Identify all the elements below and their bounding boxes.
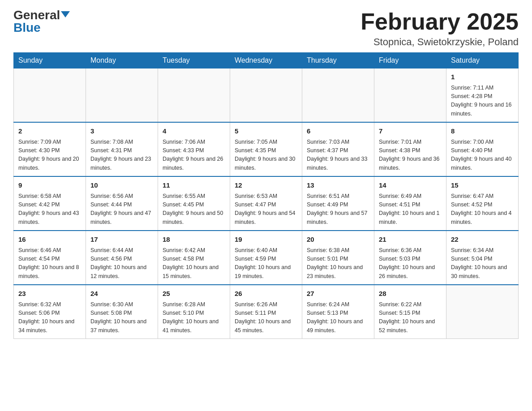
day-number: 17	[90, 235, 153, 245]
day-info: Sunrise: 6:56 AMSunset: 4:44 PMDaylight:…	[90, 192, 153, 227]
calendar-table: Sunday Monday Tuesday Wednesday Thursday…	[13, 52, 519, 339]
day-number: 27	[307, 289, 369, 299]
calendar-cell	[230, 68, 302, 123]
calendar-cell: 25Sunrise: 6:28 AMSunset: 5:10 PMDayligh…	[158, 285, 230, 339]
calendar-cell: 17Sunrise: 6:44 AMSunset: 4:56 PMDayligh…	[86, 231, 158, 285]
calendar-cell: 24Sunrise: 6:30 AMSunset: 5:08 PMDayligh…	[86, 285, 158, 339]
calendar-cell: 8Sunrise: 7:00 AMSunset: 4:40 PMDaylight…	[446, 122, 519, 176]
calendar-cell: 28Sunrise: 6:22 AMSunset: 5:15 PMDayligh…	[374, 285, 446, 339]
day-number: 11	[163, 180, 225, 191]
calendar-cell: 22Sunrise: 6:34 AMSunset: 5:04 PMDayligh…	[446, 231, 519, 285]
day-number: 5	[235, 126, 297, 137]
day-number: 23	[18, 289, 81, 299]
calendar-cell	[446, 285, 519, 339]
day-info: Sunrise: 6:34 AMSunset: 5:04 PMDaylight:…	[451, 246, 514, 281]
day-info: Sunrise: 6:26 AMSunset: 5:11 PMDaylight:…	[235, 300, 297, 335]
day-info: Sunrise: 6:22 AMSunset: 5:15 PMDaylight:…	[379, 300, 442, 335]
day-info: Sunrise: 7:06 AMSunset: 4:33 PMDaylight:…	[163, 138, 225, 173]
day-info: Sunrise: 6:44 AMSunset: 4:56 PMDaylight:…	[90, 246, 153, 281]
day-info: Sunrise: 6:36 AMSunset: 5:03 PMDaylight:…	[379, 246, 442, 281]
day-info: Sunrise: 6:53 AMSunset: 4:47 PMDaylight:…	[235, 192, 297, 227]
day-number: 22	[451, 235, 514, 245]
calendar-cell: 12Sunrise: 6:53 AMSunset: 4:47 PMDayligh…	[230, 176, 302, 231]
title-block: February 2025 Stopnica, Swietokrzyskie, …	[360, 9, 519, 48]
calendar-cell: 13Sunrise: 6:51 AMSunset: 4:49 PMDayligh…	[302, 176, 374, 231]
calendar-week-row: 23Sunrise: 6:32 AMSunset: 5:06 PMDayligh…	[14, 285, 519, 339]
calendar-cell: 18Sunrise: 6:42 AMSunset: 4:58 PMDayligh…	[158, 231, 230, 285]
day-info: Sunrise: 6:28 AMSunset: 5:10 PMDaylight:…	[163, 300, 225, 335]
calendar-cell	[374, 68, 446, 123]
calendar-cell: 9Sunrise: 6:58 AMSunset: 4:42 PMDaylight…	[14, 176, 86, 231]
day-info: Sunrise: 7:08 AMSunset: 4:31 PMDaylight:…	[90, 138, 153, 173]
col-monday: Monday	[86, 53, 158, 68]
day-number: 6	[307, 126, 369, 137]
col-sunday: Sunday	[14, 53, 86, 68]
day-info: Sunrise: 6:24 AMSunset: 5:13 PMDaylight:…	[307, 300, 369, 335]
day-info: Sunrise: 7:01 AMSunset: 4:38 PMDaylight:…	[379, 138, 442, 173]
day-number: 13	[307, 180, 369, 191]
day-number: 24	[90, 289, 153, 299]
day-info: Sunrise: 6:51 AMSunset: 4:49 PMDaylight:…	[307, 192, 369, 227]
col-friday: Friday	[374, 53, 446, 68]
day-info: Sunrise: 7:03 AMSunset: 4:37 PMDaylight:…	[307, 138, 369, 173]
day-number: 18	[163, 235, 225, 245]
calendar-cell: 4Sunrise: 7:06 AMSunset: 4:33 PMDaylight…	[158, 122, 230, 176]
day-info: Sunrise: 6:55 AMSunset: 4:45 PMDaylight:…	[163, 192, 225, 227]
calendar-cell: 7Sunrise: 7:01 AMSunset: 4:38 PMDaylight…	[374, 122, 446, 176]
day-info: Sunrise: 7:05 AMSunset: 4:35 PMDaylight:…	[235, 138, 297, 173]
calendar-cell: 26Sunrise: 6:26 AMSunset: 5:11 PMDayligh…	[230, 285, 302, 339]
calendar-cell: 27Sunrise: 6:24 AMSunset: 5:13 PMDayligh…	[302, 285, 374, 339]
calendar-cell: 6Sunrise: 7:03 AMSunset: 4:37 PMDaylight…	[302, 122, 374, 176]
logo-blue-text: Blue	[13, 21, 41, 34]
page-header: General Blue February 2025 Stopnica, Swi…	[13, 9, 519, 48]
calendar-cell	[158, 68, 230, 123]
day-info: Sunrise: 6:40 AMSunset: 4:59 PMDaylight:…	[235, 246, 297, 281]
col-saturday: Saturday	[446, 53, 519, 68]
calendar-week-row: 1Sunrise: 7:11 AMSunset: 4:28 PMDaylight…	[14, 68, 519, 123]
calendar-week-row: 2Sunrise: 7:09 AMSunset: 4:30 PMDaylight…	[14, 122, 519, 176]
day-number: 1	[451, 72, 514, 82]
day-number: 16	[18, 235, 81, 245]
calendar-cell: 10Sunrise: 6:56 AMSunset: 4:44 PMDayligh…	[86, 176, 158, 231]
calendar-cell: 21Sunrise: 6:36 AMSunset: 5:03 PMDayligh…	[374, 231, 446, 285]
calendar-cell: 20Sunrise: 6:38 AMSunset: 5:01 PMDayligh…	[302, 231, 374, 285]
col-wednesday: Wednesday	[230, 53, 302, 68]
day-number: 28	[379, 289, 442, 299]
location-text: Stopnica, Swietokrzyskie, Poland	[360, 36, 519, 48]
day-info: Sunrise: 6:42 AMSunset: 4:58 PMDaylight:…	[163, 246, 225, 281]
calendar-cell: 2Sunrise: 7:09 AMSunset: 4:30 PMDaylight…	[14, 122, 86, 176]
calendar-cell: 5Sunrise: 7:05 AMSunset: 4:35 PMDaylight…	[230, 122, 302, 176]
day-number: 26	[235, 289, 297, 299]
calendar-cell: 11Sunrise: 6:55 AMSunset: 4:45 PMDayligh…	[158, 176, 230, 231]
day-number: 2	[18, 126, 81, 137]
day-number: 9	[18, 180, 81, 191]
calendar-cell: 23Sunrise: 6:32 AMSunset: 5:06 PMDayligh…	[14, 285, 86, 339]
calendar-week-row: 16Sunrise: 6:46 AMSunset: 4:54 PMDayligh…	[14, 231, 519, 285]
col-tuesday: Tuesday	[158, 53, 230, 68]
day-info: Sunrise: 6:30 AMSunset: 5:08 PMDaylight:…	[90, 300, 153, 335]
calendar-cell: 16Sunrise: 6:46 AMSunset: 4:54 PMDayligh…	[14, 231, 86, 285]
calendar-cell: 15Sunrise: 6:47 AMSunset: 4:52 PMDayligh…	[446, 176, 519, 231]
calendar-week-row: 9Sunrise: 6:58 AMSunset: 4:42 PMDaylight…	[14, 176, 519, 231]
day-number: 25	[163, 289, 225, 299]
day-number: 8	[451, 126, 514, 137]
day-number: 15	[451, 180, 514, 191]
day-info: Sunrise: 6:58 AMSunset: 4:42 PMDaylight:…	[18, 192, 81, 227]
day-info: Sunrise: 6:46 AMSunset: 4:54 PMDaylight:…	[18, 246, 81, 281]
day-info: Sunrise: 7:11 AMSunset: 4:28 PMDaylight:…	[451, 84, 514, 119]
logo: General Blue	[13, 9, 70, 34]
logo-general-text: General	[13, 9, 60, 21]
calendar-cell: 19Sunrise: 6:40 AMSunset: 4:59 PMDayligh…	[230, 231, 302, 285]
calendar-cell: 14Sunrise: 6:49 AMSunset: 4:51 PMDayligh…	[374, 176, 446, 231]
calendar-cell: 1Sunrise: 7:11 AMSunset: 4:28 PMDaylight…	[446, 68, 519, 123]
day-info: Sunrise: 6:38 AMSunset: 5:01 PMDaylight:…	[307, 246, 369, 281]
col-thursday: Thursday	[302, 53, 374, 68]
calendar-header-row: Sunday Monday Tuesday Wednesday Thursday…	[14, 53, 519, 68]
day-number: 19	[235, 235, 297, 245]
day-number: 20	[307, 235, 369, 245]
logo-triangle-icon	[61, 11, 70, 17]
calendar-cell	[14, 68, 86, 123]
day-info: Sunrise: 6:47 AMSunset: 4:52 PMDaylight:…	[451, 192, 514, 227]
day-info: Sunrise: 7:00 AMSunset: 4:40 PMDaylight:…	[451, 138, 514, 173]
day-number: 14	[379, 180, 442, 191]
